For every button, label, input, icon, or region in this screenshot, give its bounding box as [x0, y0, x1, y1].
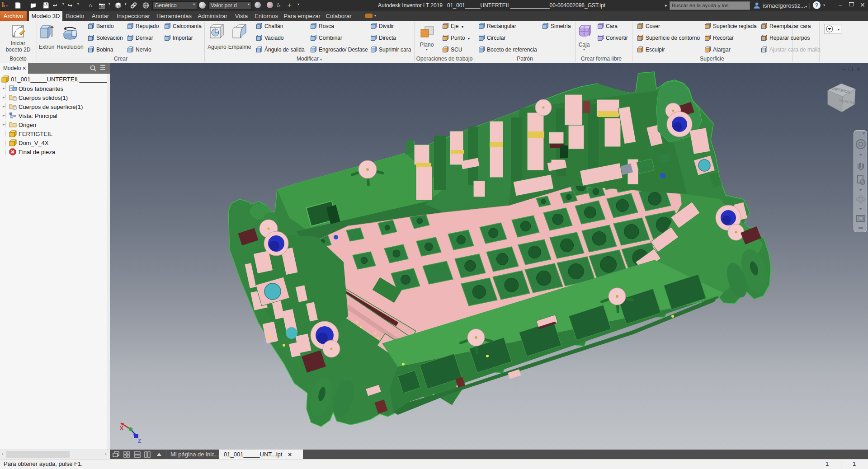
- svg-text:X: X: [120, 425, 123, 431]
- svg-text:Z: Z: [138, 438, 141, 444]
